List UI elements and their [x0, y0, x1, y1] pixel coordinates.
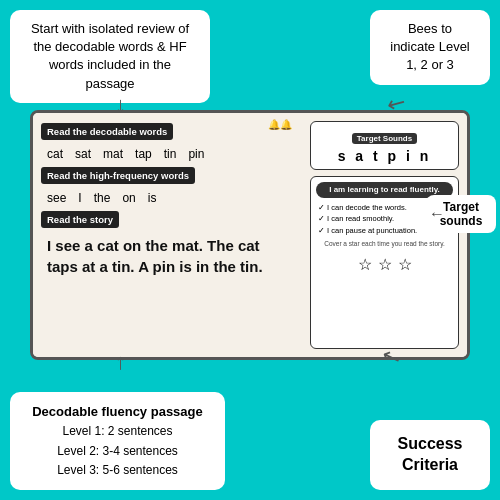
- callout-top-right: Bees to indicate Level 1, 2 or 3: [370, 10, 490, 85]
- callout-bottom-right: Success Criteria: [370, 420, 490, 490]
- section2-header: Read the high-frequency words: [41, 165, 295, 187]
- callout-bottom-left-line2: Level 2: 3-4 sentences: [24, 442, 211, 461]
- main-slide: Read the decodable words cat sat mat tap…: [30, 110, 470, 360]
- slide-left-panel: Read the decodable words cat sat mat tap…: [33, 113, 303, 357]
- word-sat: sat: [75, 147, 91, 161]
- star-2: ☆: [378, 253, 392, 277]
- arrow-bottom-left-icon: ↑: [115, 349, 126, 375]
- callout-bottom-left-title: Decodable fluency passage: [24, 402, 211, 423]
- target-sounds-letters: s a t p i n: [319, 148, 450, 164]
- slide-right-panel: Target Sounds s a t p i n I am learning …: [302, 113, 467, 357]
- slide-corner-icons: 🔔🔔: [268, 119, 292, 130]
- hf-on: on: [122, 191, 135, 205]
- callout-target-sounds-text: Target sounds: [440, 200, 483, 228]
- hf-see: see: [47, 191, 66, 205]
- callout-bottom-left-line3: Level 3: 5-6 sentences: [24, 461, 211, 480]
- callout-bottom-left-line1: Level 1: 2 sentences: [24, 422, 211, 441]
- callout-top-left-text: Start with isolated review of the decoda…: [31, 21, 189, 91]
- callout-top-right-text: Bees to indicate Level 1, 2 or 3: [390, 21, 470, 72]
- star-1: ☆: [358, 253, 372, 277]
- decodable-words-row: cat sat mat tap tin pin: [41, 143, 295, 165]
- callout-bottom-right-text: Success Criteria: [398, 435, 463, 473]
- section1-header: Read the decodable words: [41, 121, 295, 143]
- word-cat: cat: [47, 147, 63, 161]
- hf-I: I: [78, 191, 81, 205]
- hf-words-row: see I the on is: [41, 187, 295, 209]
- section3-header: Read the story: [41, 209, 295, 231]
- word-mat: mat: [103, 147, 123, 161]
- word-tin: tin: [164, 147, 177, 161]
- word-tap: tap: [135, 147, 152, 161]
- hf-the: the: [94, 191, 111, 205]
- callout-top-left: Start with isolated review of the decoda…: [10, 10, 210, 103]
- target-sounds-box: Target Sounds s a t p i n: [310, 121, 459, 170]
- arrow-top-left-icon: ↓: [115, 92, 126, 118]
- target-sounds-label: Target Sounds: [352, 133, 417, 144]
- word-pin: pin: [188, 147, 204, 161]
- story-text: I see a cat on the mat. The cat taps at …: [41, 231, 295, 281]
- stars-row: ☆ ☆ ☆: [316, 253, 453, 277]
- star-3: ☆: [398, 253, 412, 277]
- hf-is: is: [148, 191, 157, 205]
- cover-text: Cover a star each time you read the stor…: [316, 239, 453, 249]
- callout-bottom-left: Decodable fluency passage Level 1: 2 sen…: [10, 392, 225, 490]
- arrow-target-sounds-icon: ←: [429, 205, 445, 223]
